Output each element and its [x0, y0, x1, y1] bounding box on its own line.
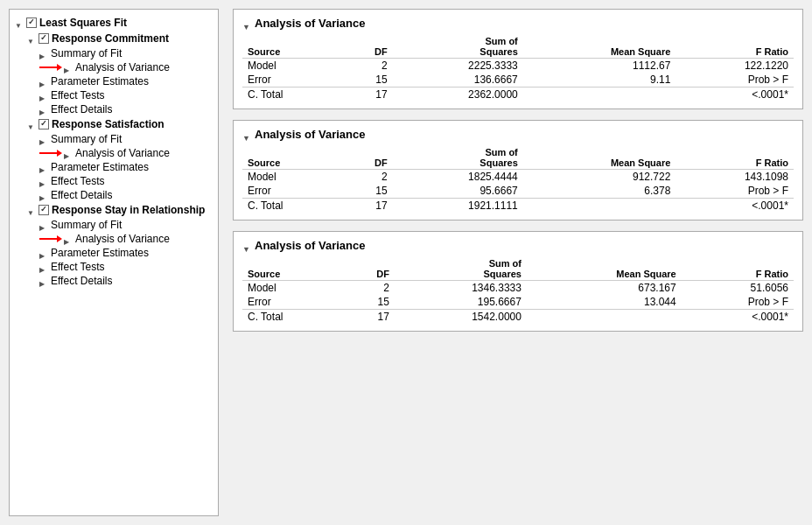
col-df-2: DF [342, 146, 393, 170]
cell: C. Total [242, 88, 342, 102]
left-panel: Least Squares Fit Response Commitment Su… [9, 9, 219, 516]
commitment-effects-item[interactable]: Effect Tests [38, 88, 214, 102]
col-ss-1: Sum ofSquares [393, 35, 523, 59]
cell: 673.167 [527, 281, 682, 296]
stay-anova-item[interactable]: Analysis of Variance [62, 232, 172, 246]
commitment-params-item[interactable]: Parameter Estimates [38, 74, 214, 88]
commitment-anova-item[interactable]: Analysis of Variance [62, 60, 172, 74]
group-commitment-header[interactable]: Response Commitment [25, 31, 214, 46]
commitment-anova-expand [64, 63, 73, 72]
cell: 17 [342, 88, 393, 102]
commitment-anova-row: Analysis of Variance [38, 60, 214, 74]
anova-2-expand-icon [242, 130, 251, 139]
satisfaction-details-label: Effect Details [51, 189, 112, 201]
col-ss-3: Sum ofSquares [395, 257, 527, 281]
cell: 122.1220 [676, 59, 794, 74]
table-row: Model 2 1346.3333 673.167 51.6056 [242, 281, 794, 296]
cell: 1921.1111 [393, 199, 523, 214]
stay-anova-label: Analysis of Variance [75, 233, 170, 245]
cell: 15 [342, 73, 393, 88]
group-satisfaction-expand-icon [27, 120, 36, 129]
cell: 15 [343, 295, 395, 310]
table-row: Error 15 95.6667 6.378 Prob > F [242, 184, 794, 199]
cell: <.0001* [676, 88, 794, 102]
table-row: Error 15 136.6667 9.11 Prob > F [242, 73, 794, 88]
stay-effects-item[interactable]: Effect Tests [38, 260, 214, 274]
col-ms-3: Mean Square [527, 257, 682, 281]
cell: 1346.3333 [395, 281, 527, 296]
satisfaction-summary-label: Summary of Fit [51, 133, 122, 145]
satisfaction-anova-item[interactable]: Analysis of Variance [62, 146, 172, 160]
cell [523, 199, 676, 214]
satisfaction-effects-item[interactable]: Effect Tests [38, 174, 214, 188]
cell: Prob > F [676, 184, 794, 199]
anova-table-3-title: Analysis of Variance [255, 239, 365, 252]
cell: 15 [342, 184, 393, 199]
anova-table-1-title: Analysis of Variance [255, 17, 365, 30]
cell: 136.6667 [393, 73, 523, 88]
anova-table-1: Analysis of Variance Source DF Sum ofSqu… [233, 9, 803, 109]
group-stay-checkbox[interactable] [38, 205, 49, 215]
cell: 51.6056 [682, 281, 794, 296]
group-stay: Response Stay in Relationship Summary of… [13, 202, 214, 288]
table-row: C. Total 17 1542.0000 <.0001* [242, 310, 794, 325]
stay-summary-label: Summary of Fit [51, 219, 122, 231]
anova-data-table-2: Source DF Sum ofSquares Mean Square F Ra… [242, 146, 794, 213]
cell: 17 [342, 199, 393, 214]
stay-summary-item[interactable]: Summary of Fit [38, 218, 214, 232]
group-stay-items: Summary of Fit Analysis of Variance Para… [25, 218, 214, 288]
group-commitment-label: Response Commitment [52, 32, 169, 45]
cell: Error [242, 73, 342, 88]
group-commitment-checkbox[interactable] [38, 33, 49, 44]
table-row: Model 2 2225.3333 1112.67 122.1220 [242, 59, 794, 74]
group-stay-header[interactable]: Response Stay in Relationship [25, 202, 214, 218]
anova-1-expand-icon [242, 19, 251, 28]
anova-table-2: Analysis of Variance Source DF Sum ofSqu… [233, 120, 803, 220]
commitment-effects-label: Effect Tests [51, 89, 105, 102]
col-fr-1: F Ratio [676, 35, 794, 59]
anova-table-2-title: Analysis of Variance [255, 128, 365, 141]
stay-details-item[interactable]: Effect Details [38, 274, 214, 288]
commitment-details-item[interactable]: Effect Details [38, 102, 214, 116]
stay-effects-expand [39, 262, 48, 271]
satisfaction-details-item[interactable]: Effect Details [38, 188, 214, 202]
col-df-3: DF [343, 257, 395, 281]
cell: 2 [342, 59, 393, 74]
commitment-details-label: Effect Details [51, 103, 112, 116]
stay-params-expand [39, 248, 48, 257]
group-commitment: Response Commitment Summary of Fit Analy… [13, 31, 214, 116]
commitment-params-expand [39, 77, 48, 86]
stay-params-item[interactable]: Parameter Estimates [38, 246, 214, 260]
cell: 95.6667 [393, 184, 523, 199]
group-satisfaction: Response Satisfaction Summary of Fit Ana… [13, 116, 214, 202]
commitment-summary-item[interactable]: Summary of Fit [38, 46, 214, 60]
group-commitment-items: Summary of Fit Analysis of Variance Para… [25, 46, 214, 116]
commitment-summary-label: Summary of Fit [51, 47, 122, 60]
satisfaction-summary-expand [39, 135, 48, 144]
table-row: Error 15 195.6667 13.044 Prob > F [242, 295, 794, 310]
group-satisfaction-header[interactable]: Response Satisfaction [25, 116, 214, 132]
root-label: Least Squares Fit [39, 17, 127, 29]
commitment-params-label: Parameter Estimates [51, 75, 149, 88]
anova-table-3: Analysis of Variance Source DF Sum ofSqu… [233, 231, 803, 332]
stay-params-label: Parameter Estimates [51, 247, 149, 259]
satisfaction-anova-label: Analysis of Variance [75, 147, 170, 159]
cell: 2 [343, 281, 395, 296]
commitment-anova-label: Analysis of Variance [75, 61, 170, 74]
root-checkbox[interactable] [26, 18, 37, 28]
cell: 195.6667 [395, 295, 527, 310]
cell [523, 88, 676, 102]
cell: 9.11 [523, 73, 676, 88]
group-satisfaction-checkbox[interactable] [38, 119, 49, 130]
satisfaction-params-item[interactable]: Parameter Estimates [38, 160, 214, 174]
cell: C. Total [242, 199, 342, 214]
col-source-3: Source [242, 257, 343, 281]
satisfaction-summary-item[interactable]: Summary of Fit [38, 132, 214, 146]
satisfaction-anova-expand [64, 149, 73, 158]
root-header[interactable]: Least Squares Fit [13, 15, 214, 31]
satisfaction-effects-label: Effect Tests [51, 175, 105, 187]
cell: 2225.3333 [393, 59, 523, 74]
cell: 1542.0000 [395, 310, 527, 325]
cell: C. Total [242, 310, 343, 325]
root-expand-icon [15, 18, 24, 27]
